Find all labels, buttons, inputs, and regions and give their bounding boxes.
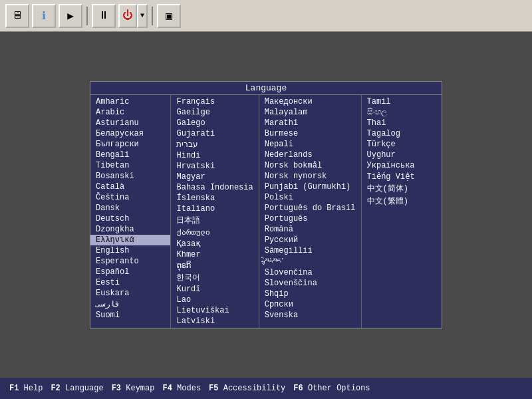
dialog-title: Language	[90, 82, 442, 95]
lang-japanese[interactable]: 日本語	[171, 214, 258, 227]
lang-bahasa[interactable]: Bahasa Indonesia	[171, 182, 258, 193]
lang-slovenian[interactable]: Slovenčina	[259, 267, 361, 278]
lang-euskara[interactable]: Euskara	[90, 288, 170, 299]
lang-khmer[interactable]: Khmer	[171, 249, 258, 260]
lang-kurdi[interactable]: Kurdî	[171, 284, 258, 295]
lang-ukrainian[interactable]: Українська	[362, 160, 442, 171]
lang-georgian[interactable]: ქართული	[171, 227, 258, 238]
lang-latvian[interactable]: Latviski	[171, 316, 258, 327]
lang-serbian[interactable]: Српски	[259, 299, 361, 310]
lang-gaeilge[interactable]: Gaeilge	[171, 107, 258, 118]
lang-sami[interactable]: Sámegillii	[259, 245, 361, 256]
lang-punjabi[interactable]: Punjabi (Gurmukhi)	[259, 182, 361, 192]
main-area: Language Amharic Arabic Asturianu Белару…	[0, 32, 532, 378]
lang-islenska[interactable]: Íslenska	[171, 193, 258, 203]
lang-deutsch[interactable]: Deutsch	[90, 213, 170, 224]
lang-esperanto[interactable]: Esperanto	[90, 256, 170, 267]
lang-chinese-simplified[interactable]: 中文(简体)	[362, 182, 442, 195]
lang-malayalam[interactable]: Malayalam	[259, 107, 361, 118]
lang-chinese-traditional[interactable]: 中文(繁體)	[362, 195, 442, 207]
lang-hindi[interactable]: Hindi	[171, 150, 258, 161]
lang-cestina[interactable]: Čeština	[90, 192, 170, 203]
lang-dzongkha[interactable]: Dzongkha	[90, 224, 170, 235]
lang-hrvatski[interactable]: Hrvatski	[171, 161, 258, 172]
lang-belarusian[interactable]: Беларуская	[90, 128, 170, 139]
lang-marathi[interactable]: Marathi	[259, 118, 361, 128]
lang-spanish[interactable]: Español	[90, 267, 170, 277]
lang-sinhala[interactable]: සිංහල	[362, 107, 442, 118]
lang-eesti[interactable]: Eesti	[90, 277, 170, 288]
lang-dansk[interactable]: Dansk	[90, 203, 170, 213]
lang-vietnamese[interactable]: Tiếng Việt	[362, 171, 442, 182]
play-button[interactable]: ▶	[59, 4, 82, 28]
lang-italiano[interactable]: Italiano	[171, 203, 258, 214]
lang-russian[interactable]: Русский	[259, 235, 361, 245]
dialog-content: Amharic Arabic Asturianu Беларуская Бълг…	[90, 95, 442, 328]
lang-farsi[interactable]: فارسی	[90, 299, 170, 310]
lang-portuguese[interactable]: Português	[259, 213, 361, 224]
language-column-1: Amharic Arabic Asturianu Беларуская Бълг…	[90, 95, 171, 328]
lang-dzongkha2[interactable]: སྤྱི་སྐད་	[259, 256, 361, 267]
lang-norwegian-bokmal[interactable]: Norsk bokmål	[259, 160, 361, 171]
toolbar-separator-2	[152, 7, 153, 25]
lang-swedish[interactable]: Svenska	[259, 310, 361, 321]
statusbar: F1 Help F2 Language F3 Keymap F4 Modes F…	[0, 378, 532, 399]
lang-kazakh[interactable]: Қазақ	[171, 238, 258, 249]
lang-bulgarian[interactable]: Български	[90, 139, 170, 150]
lang-greek[interactable]: Ελληνικά	[90, 235, 170, 245]
pause-button[interactable]: ⏸	[92, 4, 116, 28]
status-f2[interactable]: F2 Language	[47, 384, 107, 393]
lang-polish[interactable]: Polski	[259, 192, 361, 203]
lang-gujarati[interactable]: Gujarati	[171, 128, 258, 139]
language-column-2: Français Gaeilge Galego Gujarati עברית H…	[171, 95, 259, 328]
lang-norwegian-nynorsk[interactable]: Norsk nynorsk	[259, 171, 361, 182]
lang-francais[interactable]: Français	[171, 96, 258, 107]
lang-magyar[interactable]: Magyar	[171, 172, 258, 182]
language-column-4: Tamil සිංහල Thai Tagalog Türkçe Uyghur У…	[362, 95, 442, 328]
status-f6[interactable]: F6 Other Options	[289, 384, 374, 393]
power-button[interactable]: ⏻	[118, 4, 137, 28]
lang-tagalog[interactable]: Tagalog	[362, 128, 442, 139]
lang-thai[interactable]: Thai	[362, 118, 442, 128]
lang-tamil[interactable]: Tamil	[362, 96, 442, 107]
status-f3[interactable]: F3 Keymap	[108, 384, 159, 393]
info-button[interactable]: ℹ	[32, 4, 56, 28]
power-dropdown[interactable]: ▼	[137, 4, 148, 28]
lang-arabic[interactable]: Arabic	[90, 107, 170, 118]
lang-dutch[interactable]: Nederlands	[259, 150, 361, 160]
lang-suomi[interactable]: Suomi	[90, 310, 170, 321]
lang-lao-script[interactable]: ຕຸຣກິ	[171, 260, 258, 271]
toolbar-separator-1	[86, 7, 88, 25]
lang-portuguese-br[interactable]: Português do Brasil	[259, 203, 361, 213]
lang-amharic[interactable]: Amharic	[90, 96, 170, 107]
lang-asturianu[interactable]: Asturianu	[90, 118, 170, 128]
lang-english[interactable]: English	[90, 245, 170, 256]
lang-nepali[interactable]: Nepali	[259, 139, 361, 150]
lang-lao[interactable]: Lao	[171, 295, 258, 305]
lang-bengali[interactable]: Bengali	[90, 150, 170, 160]
window-button[interactable]: ▣	[157, 4, 181, 28]
lang-burmese[interactable]: Burmese	[259, 128, 361, 139]
status-f1[interactable]: F1 Help	[5, 384, 47, 393]
toolbar: 🖥 ℹ ▶ ⏸ ⏻ ▼ ▣	[0, 0, 532, 32]
lang-galego[interactable]: Galego	[171, 118, 258, 128]
lang-korean[interactable]: 한국어	[171, 271, 258, 284]
lang-lithuanian[interactable]: Lietuviškai	[171, 305, 258, 316]
lang-tibetan[interactable]: Tibetan	[90, 160, 170, 171]
lang-catala[interactable]: Català	[90, 182, 170, 192]
status-f4[interactable]: F4 Modes	[158, 384, 205, 393]
lang-hebrew[interactable]: עברית	[171, 139, 258, 150]
lang-slovenscina[interactable]: Slovenščina	[259, 278, 361, 289]
lang-albanian[interactable]: Shqip	[259, 289, 361, 299]
language-column-3: Македонски Malayalam Marathi Burmese Nep…	[259, 95, 362, 328]
lang-uyghur[interactable]: Uyghur	[362, 150, 442, 160]
lang-romanian[interactable]: Română	[259, 224, 361, 235]
lang-bosanski[interactable]: Bosanski	[90, 171, 170, 182]
lang-turkish[interactable]: Türkçe	[362, 139, 442, 150]
screen-button[interactable]: 🖥	[5, 4, 29, 28]
lang-macedonian[interactable]: Македонски	[259, 96, 361, 107]
status-f5[interactable]: F5 Accessibility	[205, 384, 289, 393]
language-dialog: Language Amharic Arabic Asturianu Белару…	[90, 81, 442, 329]
